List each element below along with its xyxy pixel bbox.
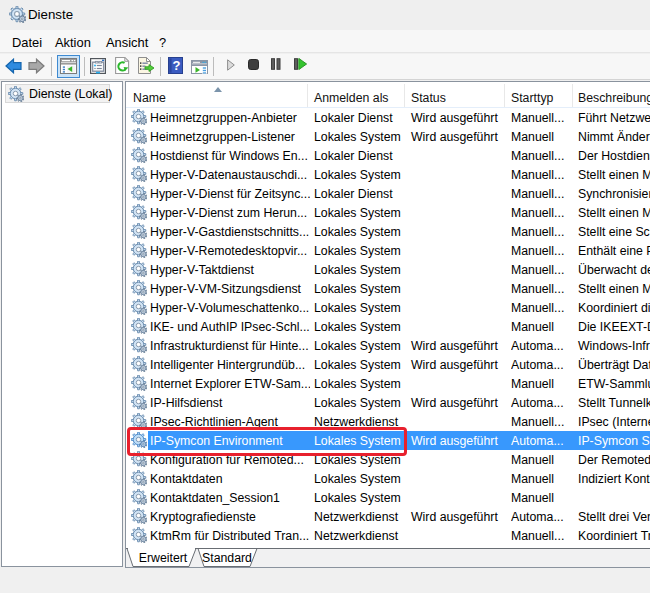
svg-text:?: ?	[173, 58, 181, 73]
svg-text:Standard: Standard	[202, 551, 252, 565]
svg-text:Erweitert: Erweitert	[139, 551, 188, 565]
